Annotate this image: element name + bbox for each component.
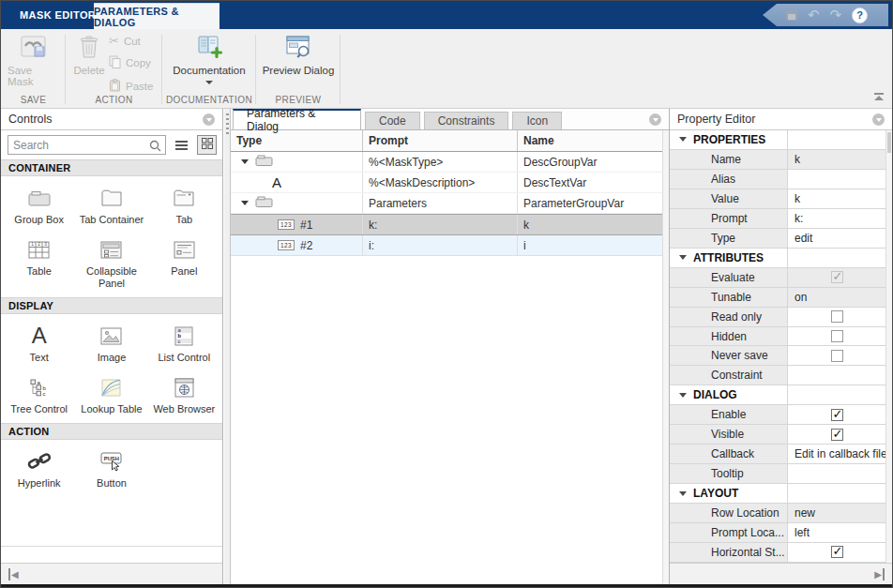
cut-label: Cut (124, 36, 141, 47)
control-item-tab[interactable]: * Tab (148, 185, 220, 226)
documentation-icon (196, 34, 223, 62)
visible-checkbox[interactable] (831, 429, 843, 441)
left-splitter[interactable] (224, 109, 231, 584)
property-section-dialog[interactable]: DIALOG (670, 385, 885, 405)
control-item-list-control[interactable]: abc List Control (148, 323, 220, 364)
grid-view-button[interactable] (197, 135, 217, 155)
delete-label: Delete (73, 65, 104, 76)
horizontal-stretch-checkbox[interactable] (831, 546, 843, 558)
section-action: ACTION (1, 423, 222, 440)
column-header-prompt[interactable]: Prompt (362, 130, 517, 151)
control-item-web-browser[interactable]: Web Browser (148, 374, 220, 415)
property-value-alias[interactable] (788, 170, 885, 189)
collapse-left-panel-icon[interactable]: ◀ (8, 568, 19, 580)
help-icon[interactable]: ? (852, 8, 868, 23)
text-row-icon (272, 175, 281, 189)
controls-collapse-icon[interactable] (203, 113, 215, 126)
column-header-type[interactable]: Type (231, 130, 362, 151)
property-value-value[interactable]: k (788, 189, 885, 209)
property-section-properties[interactable]: PROPERTIES (670, 130, 885, 150)
tab-constraints[interactable]: Constraints (424, 112, 509, 129)
property-section-layout[interactable]: LAYOUT (670, 484, 885, 504)
table-row-desc-text[interactable]: %<MaskDescription> DescTextVar (231, 173, 669, 193)
save-mask-button[interactable]: Save Mask (8, 34, 60, 87)
cut-button[interactable]: ✂ Cut (109, 36, 153, 47)
read-only-checkbox[interactable] (831, 310, 843, 323)
property-editor-header: Property Editor (670, 109, 892, 130)
control-item-tab-container[interactable]: Tab Container (75, 185, 147, 226)
control-item-group-box[interactable]: Group Box (3, 185, 75, 226)
group-box-icon (28, 185, 51, 211)
expander-icon[interactable] (241, 159, 249, 164)
property-value-constraint[interactable] (788, 366, 885, 385)
property-editor-scrollbar[interactable] (885, 130, 892, 563)
property-value-prompt-location[interactable]: left (788, 523, 885, 543)
section-expander-icon (679, 137, 687, 142)
text-icon (32, 324, 47, 347)
property-row-visible: Visible (670, 425, 885, 445)
control-item-lookup-table[interactable]: Lookup Table (75, 374, 147, 415)
table-row-parameter-2[interactable]: #2 i: i (231, 235, 669, 256)
tab-parameters-and-dialog[interactable]: Parameters & Dialog (233, 109, 361, 129)
hidden-checkbox[interactable] (831, 330, 843, 342)
tab-parameters-dialog[interactable]: PARAMETERS & DIALOG (94, 3, 219, 29)
control-item-image[interactable]: Image (75, 323, 147, 364)
table-row-parameters-group[interactable]: Parameters ParameterGroupVar (231, 193, 669, 214)
property-row-tunable: Tunable on (670, 288, 885, 308)
property-row-alias: Alias (670, 170, 885, 189)
control-item-button[interactable]: PUSH Button (75, 448, 147, 490)
property-row-type: Type edit (670, 229, 885, 249)
window-bottom-edge (1, 584, 892, 587)
save-icon[interactable] (786, 9, 797, 21)
redo-icon[interactable]: ↷ (830, 8, 842, 22)
never-save-checkbox[interactable] (831, 350, 843, 362)
property-value-callback[interactable]: Edit in callback file (788, 445, 885, 464)
section-display: DISPLAY (1, 297, 222, 314)
control-item-tree-control[interactable]: abc Tree Control (3, 374, 75, 415)
control-item-panel[interactable]: Panel (148, 236, 220, 290)
delete-icon (78, 34, 100, 62)
enable-checkbox[interactable] (831, 409, 843, 421)
control-item-collapsible-panel[interactable]: Collapsible Panel (75, 236, 147, 290)
property-value-tunable[interactable]: on (788, 288, 885, 308)
minimize-ribbon-icon[interactable] (873, 93, 885, 100)
property-value-name[interactable]: k (788, 150, 885, 170)
property-grid: PROPERTIES Name k Alias Value k Prompt (670, 130, 885, 563)
collapsible-panel-icon (100, 236, 122, 263)
property-value-type[interactable]: edit (788, 229, 885, 249)
group-label-documentation: DOCUMENTATION (162, 95, 256, 105)
control-item-hyperlink[interactable]: Hyperlink (3, 448, 75, 490)
property-row-read-only: Read only (670, 308, 885, 327)
table-row-parameter-1[interactable]: #1 k: k (231, 214, 669, 235)
tab-icon: * (174, 185, 194, 211)
tab-code[interactable]: Code (365, 112, 420, 129)
control-item-table[interactable]: 123 Table (3, 236, 75, 290)
property-value-tooltip[interactable] (788, 464, 885, 484)
property-section-attributes[interactable]: ATTRIBUTES (670, 249, 885, 268)
search-icon (149, 140, 161, 155)
column-header-name[interactable]: Name (517, 130, 669, 151)
property-value-prompt[interactable]: k: (788, 209, 885, 229)
property-value-row-location[interactable]: new (788, 504, 885, 523)
control-item-text[interactable]: Text (3, 323, 75, 364)
collapse-right-panel-icon[interactable]: ▶ (874, 568, 885, 580)
list-view-button[interactable] (172, 135, 191, 155)
push-button-icon: PUSH (98, 448, 124, 475)
copy-button[interactable]: Copy (109, 55, 153, 70)
expander-icon[interactable] (241, 201, 249, 205)
ribbon-group-action: Delete ✂ Cut Copy Paste (66, 29, 162, 108)
undo-icon[interactable]: ↶ (808, 8, 820, 22)
documentation-button[interactable]: Documentation (167, 34, 251, 84)
titlebar: MASK EDITOR PARAMETERS & DIALOG ↶ ↷ ? (1, 1, 892, 29)
editor-scrollbar[interactable] (662, 130, 669, 584)
preview-dialog-button[interactable]: Preview Dialog (262, 34, 335, 76)
delete-button[interactable]: Delete (70, 34, 108, 76)
paste-button[interactable]: Paste (109, 79, 153, 94)
table-row-desc-group[interactable]: %<MaskType> DescGroupVar (231, 152, 669, 173)
property-editor-collapse-icon[interactable] (872, 113, 885, 126)
tab-icon[interactable]: Icon (512, 112, 562, 129)
section-expander-icon (679, 491, 687, 496)
editor-collapse-icon[interactable] (649, 113, 661, 126)
search-input[interactable] (8, 139, 165, 152)
edit-parameter-icon (278, 219, 295, 230)
